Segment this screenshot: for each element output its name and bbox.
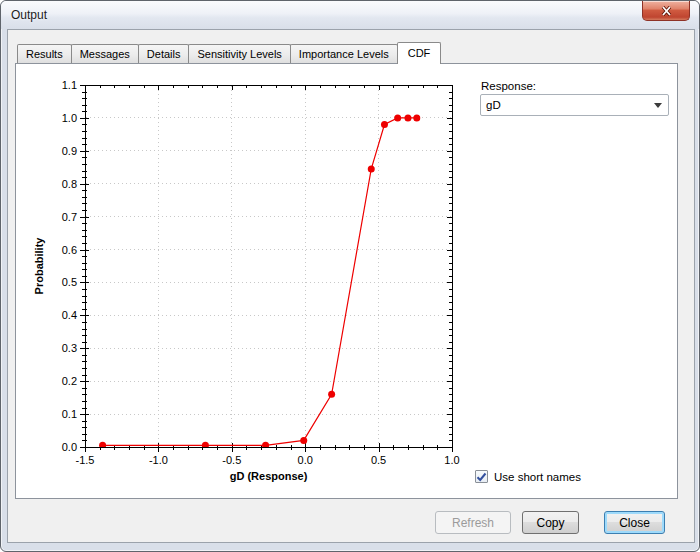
tab-cdf[interactable]: CDF — [397, 42, 442, 64]
close-button[interactable] — [642, 1, 690, 21]
svg-text:1.1: 1.1 — [62, 79, 77, 91]
svg-text:1.0: 1.0 — [62, 112, 77, 124]
svg-text:0.3: 0.3 — [62, 342, 77, 354]
cdf-chart: -1.5-1.0-0.50.00.51.00.00.10.20.30.40.50… — [17, 66, 479, 494]
tab-messages[interactable]: Messages — [71, 44, 139, 63]
svg-text:0.5: 0.5 — [371, 454, 386, 466]
tab-details[interactable]: Details — [138, 44, 190, 63]
refresh-button[interactable]: Refresh — [435, 511, 511, 534]
response-dropdown[interactable]: gD — [480, 94, 669, 116]
svg-text:-1.5: -1.5 — [76, 454, 95, 466]
svg-text:Probability: Probability — [33, 237, 45, 295]
svg-text:0.2: 0.2 — [62, 375, 77, 387]
svg-text:0.0: 0.0 — [62, 441, 77, 453]
window-title: Output — [11, 8, 47, 22]
output-dialog: Output ResultsMessagesDetailsSensitivity… — [0, 0, 700, 552]
svg-text:-0.5: -0.5 — [222, 454, 241, 466]
copy-button[interactable]: Copy — [522, 511, 579, 534]
chevron-down-icon — [654, 103, 662, 108]
title-bar[interactable]: Output — [1, 1, 699, 29]
svg-text:gD (Response): gD (Response) — [230, 470, 308, 482]
response-dropdown-value: gD — [486, 99, 501, 111]
dialog-body: ResultsMessagesDetailsSensitivity Levels… — [7, 29, 695, 543]
use-short-names-option: Use short names — [475, 470, 581, 483]
svg-text:1.0: 1.0 — [444, 454, 459, 466]
tab-importance-levels[interactable]: Importance Levels — [290, 44, 398, 63]
svg-text:-1.0: -1.0 — [149, 454, 168, 466]
cdf-tab-page: -1.5-1.0-0.50.00.51.00.00.10.20.30.40.50… — [15, 63, 678, 499]
tab-strip: ResultsMessagesDetailsSensitivity Levels… — [17, 42, 441, 64]
close-icon — [661, 6, 672, 16]
use-short-names-label: Use short names — [494, 471, 581, 483]
svg-text:0.4: 0.4 — [62, 309, 77, 321]
svg-text:0.7: 0.7 — [62, 211, 77, 223]
svg-text:0.9: 0.9 — [62, 145, 77, 157]
svg-text:0.0: 0.0 — [298, 454, 313, 466]
svg-text:0.6: 0.6 — [62, 244, 77, 256]
svg-text:0.5: 0.5 — [62, 276, 77, 288]
tab-sensitivity-levels[interactable]: Sensitivity Levels — [188, 44, 290, 63]
tab-results[interactable]: Results — [17, 44, 72, 63]
close-button-footer[interactable]: Close — [604, 511, 665, 534]
svg-text:0.8: 0.8 — [62, 178, 77, 190]
response-label: Response: — [481, 80, 536, 92]
check-icon — [476, 472, 487, 482]
use-short-names-checkbox[interactable] — [475, 470, 488, 483]
svg-text:0.1: 0.1 — [62, 408, 77, 420]
